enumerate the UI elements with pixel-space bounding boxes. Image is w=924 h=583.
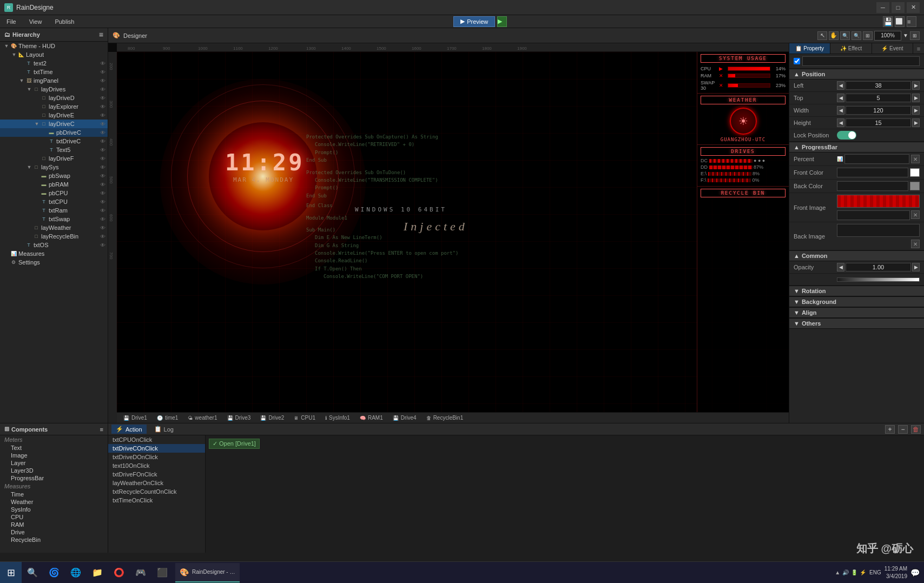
taskbar-explorer[interactable]: 📁 bbox=[87, 562, 108, 584]
tree-item-layDriveF[interactable]: □layDriveF👁 bbox=[0, 154, 108, 163]
menu-file[interactable]: File bbox=[3, 17, 19, 26]
tree-eye-txtDriveC[interactable]: 👁 bbox=[99, 137, 107, 145]
front-color-input[interactable]: 255,255,255,255 bbox=[837, 168, 908, 177]
element-name-input[interactable]: pbDriveC bbox=[802, 56, 920, 66]
tree-eye-txtOS[interactable]: 👁 bbox=[99, 241, 107, 249]
back-image-clear-btn[interactable]: ✕ bbox=[911, 240, 920, 248]
bottom-tab-Drive3[interactable]: 💾Drive3 bbox=[223, 414, 255, 422]
tree-item-layDriveC[interactable]: ▼□layDriveC👁 bbox=[0, 120, 108, 128]
tree-item-layDriveD[interactable]: □layDriveD👁 bbox=[0, 94, 108, 102]
tree-eye-txtCPU[interactable]: 👁 bbox=[99, 198, 107, 206]
front-image-input[interactable]: Bar_2.png bbox=[837, 210, 910, 220]
left-decrease-btn[interactable]: ◀ bbox=[837, 81, 844, 90]
hierarchy-menu-icon[interactable]: ≡ bbox=[99, 30, 103, 39]
tree-item-layWeather[interactable]: □layWeather👁 bbox=[0, 223, 108, 232]
zoom-dropdown-icon[interactable]: ▼ bbox=[903, 32, 908, 38]
zoom-minus-btn[interactable]: 🔍 bbox=[840, 31, 850, 40]
opacity-increase-btn[interactable]: ▶ bbox=[912, 263, 920, 271]
action-delete-btn[interactable]: 🗑 bbox=[911, 425, 921, 434]
opacity-decrease-btn[interactable]: ◀ bbox=[837, 263, 844, 271]
tree-arrow-laySys[interactable]: ▼ bbox=[26, 164, 32, 170]
section-position[interactable]: ▲ Position bbox=[789, 69, 924, 80]
tree-eye-layDriveD[interactable]: 👁 bbox=[99, 94, 107, 102]
taskbar-cortana[interactable]: 🌀 bbox=[43, 562, 65, 584]
bottom-tab-weather1[interactable]: 🌤weather1 bbox=[183, 414, 221, 422]
tree-eye-pbSwap[interactable]: 👁 bbox=[99, 172, 107, 180]
comp-item-layer[interactable]: Layer bbox=[0, 459, 108, 467]
top-value[interactable]: 5 bbox=[846, 94, 911, 102]
tab-event[interactable]: ⚡ Event bbox=[872, 43, 913, 54]
section-progressbar[interactable]: ▲ ProgressBar bbox=[789, 142, 924, 153]
comp-item-ram[interactable]: RAM bbox=[0, 521, 108, 528]
front-image-clear-btn[interactable]: ✕ bbox=[911, 210, 920, 219]
tree-eye-layDrives[interactable]: 👁 bbox=[99, 85, 107, 93]
action-item-txtdrivefonclick[interactable]: txtDriveFOnClick bbox=[108, 470, 205, 479]
canvas-content[interactable]: 11:29 MAR 4, MONDAY Protected Overrides … bbox=[117, 52, 789, 423]
taskbar-chrome[interactable]: ⭕ bbox=[108, 562, 130, 584]
tree-eye-txtRam[interactable]: 👁 bbox=[99, 207, 107, 214]
percent-input[interactable]: ${drive1.Percent} bbox=[844, 154, 909, 164]
action-item-txttimeonclick[interactable]: txtTimeOnClick bbox=[108, 496, 205, 505]
action-item-text10onclick[interactable]: text10OnClick bbox=[108, 461, 205, 470]
property-menu-btn[interactable]: ≡ bbox=[913, 43, 924, 54]
comp-item-image[interactable]: Image bbox=[0, 452, 108, 459]
tree-eye-layRecycleBin[interactable]: 👁 bbox=[99, 233, 107, 240]
bottom-tab-Drive2[interactable]: 💾Drive2 bbox=[256, 414, 288, 422]
menu-publish[interactable]: Publish bbox=[51, 17, 77, 26]
tree-item-layRecycleBin[interactable]: □layRecycleBin👁 bbox=[0, 232, 108, 241]
menu-view[interactable]: View bbox=[26, 17, 45, 26]
comp-item-layer3d[interactable]: Layer3D bbox=[0, 467, 108, 474]
left-increase-btn[interactable]: ▶ bbox=[912, 81, 920, 90]
tree-eye-layExplorer[interactable]: 👁 bbox=[99, 103, 107, 110]
lock-position-toggle[interactable] bbox=[837, 131, 856, 140]
bottom-tab-RecycleBin1[interactable]: 🗑RecycleBin1 bbox=[422, 414, 468, 422]
tree-item-txtCPU[interactable]: TtxtCPU👁 bbox=[0, 197, 108, 206]
tree-eye-pbCPU[interactable]: 👁 bbox=[99, 189, 107, 197]
tab-log[interactable]: 📋 Log bbox=[150, 425, 178, 434]
tree-item-layDrives[interactable]: ▼□layDrives👁 bbox=[0, 85, 108, 94]
zoom-cursor-btn[interactable]: ↖ bbox=[817, 31, 827, 40]
back-color-swatch[interactable] bbox=[910, 182, 920, 190]
width-value[interactable]: 120 bbox=[846, 106, 911, 115]
action-item-txtcpuonclick[interactable]: txtCPUOnClick bbox=[108, 435, 205, 444]
comp-item-recyclebin[interactable]: RecycleBin bbox=[0, 536, 108, 544]
tree-item-pbRAM[interactable]: ▬pbRAM👁 bbox=[0, 180, 108, 189]
zoom-plus-btn[interactable]: 🔍 bbox=[852, 31, 861, 40]
settings-btn[interactable]: ≡ bbox=[907, 16, 916, 27]
width-decrease-btn[interactable]: ◀ bbox=[837, 106, 844, 115]
taskbar-cmd[interactable]: ⬛ bbox=[151, 562, 173, 584]
systray-arrow[interactable]: ▲ bbox=[835, 569, 840, 575]
tree-item-txtDriveC[interactable]: TtxtDriveC👁 bbox=[0, 137, 108, 145]
canvas-main[interactable]: 800 900 1000 1100 1200 1300 1400 1500 16… bbox=[108, 43, 789, 423]
tree-eye-Text5[interactable]: 👁 bbox=[99, 146, 107, 154]
top-increase-btn[interactable]: ▶ bbox=[912, 94, 920, 102]
bottom-tab-CPU1[interactable]: 🖥CPU1 bbox=[289, 414, 320, 422]
comp-item-drive[interactable]: Drive bbox=[0, 528, 108, 536]
tree-arrow-imgPanel[interactable]: ▼ bbox=[18, 78, 25, 83]
taskbar-app-raindesigner[interactable]: 🎨 RainDesigner - d:\E... bbox=[175, 563, 240, 582]
top-decrease-btn[interactable]: ◀ bbox=[837, 94, 844, 102]
tree-eye-pbRAM[interactable]: 👁 bbox=[99, 181, 107, 188]
grid-btn[interactable]: ⊞ bbox=[910, 31, 920, 40]
section-others[interactable]: ▼ Others bbox=[789, 318, 924, 329]
front-color-swatch[interactable] bbox=[910, 168, 920, 177]
zoom-fit-btn[interactable]: ⊞ bbox=[863, 31, 873, 40]
tree-item-layExplorer[interactable]: □layExplorer👁 bbox=[0, 102, 108, 111]
tab-property[interactable]: 📋 Property bbox=[789, 43, 830, 54]
front-image-preview[interactable] bbox=[837, 195, 920, 208]
tree-item-imgPanel[interactable]: ▼🖼imgPanel👁 bbox=[0, 76, 108, 85]
comp-item-cpu[interactable]: CPU bbox=[0, 513, 108, 521]
taskbar-edge[interactable]: 🌐 bbox=[65, 562, 87, 584]
play-btn[interactable]: ▶ bbox=[497, 16, 507, 27]
tree-item-pbCPU[interactable]: ▬pbCPU👁 bbox=[0, 189, 108, 197]
back-color-input[interactable]: 128,128,128,255 bbox=[837, 181, 908, 191]
height-value[interactable]: 15 bbox=[846, 118, 911, 127]
action-item-txtrecyclecountonclick[interactable]: txtRecycleCountOnClick bbox=[108, 487, 205, 496]
comp-item-text[interactable]: Text bbox=[0, 444, 108, 452]
tree-eye-layWeather[interactable]: 👁 bbox=[99, 224, 107, 231]
tree-item-layDriveE[interactable]: □layDriveE👁 bbox=[0, 111, 108, 120]
tree-eye-imgPanel[interactable]: 👁 bbox=[99, 77, 107, 84]
section-rotation[interactable]: ▼ Rotation bbox=[789, 286, 924, 296]
action-add-btn[interactable]: + bbox=[885, 425, 895, 434]
start-btn[interactable]: ⊞ bbox=[0, 562, 22, 584]
